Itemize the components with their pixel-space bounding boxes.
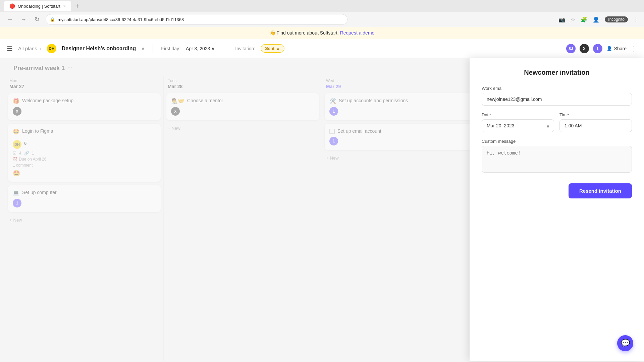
date-select[interactable]: Mar 20, 2023: [482, 119, 554, 132]
comment-text: 1 comment: [13, 163, 156, 168]
day-col-tues: Tues Mar 28 🧑‍🎨🤝 Choose a mentor X + New: [164, 76, 322, 361]
browser-controls: ← → ↻ 🔒 my.softstart.app/plans/d48cca86-…: [0, 12, 644, 27]
sent-label: Sent: [265, 46, 274, 51]
browser-chrome: 🔴 Onboarding | Softstart × + ← → ↻ 🔒 my.…: [0, 0, 644, 27]
day-col-wed: Wed Mar 29 🛠️ Set up accounts and permis…: [322, 76, 480, 361]
task-avatar-dh: DH: [13, 140, 21, 149]
reaction: 🤩: [13, 170, 156, 177]
task-icon-gift: 🎁: [13, 98, 19, 104]
chat-fab-button[interactable]: 💬: [617, 335, 633, 351]
app-header: ☰ All plans › DH Designer Heish's onboar…: [0, 39, 644, 58]
date-field: Date Mar 20, 2023 ∨: [482, 112, 554, 132]
star-icon[interactable]: ☆: [571, 16, 575, 23]
refresh-button[interactable]: ↻: [32, 15, 42, 24]
plan-title: Designer Heish's onboarding: [62, 46, 136, 52]
work-email-label: Work email: [482, 86, 632, 91]
avatar-num[interactable]: 1: [593, 44, 602, 53]
task-count: 6: [24, 141, 26, 146]
tab-title: Onboarding | Softstart: [18, 4, 60, 9]
sent-chevron: ▲: [276, 46, 280, 51]
share-label: Share: [614, 46, 627, 51]
first-day-selector[interactable]: Apr 3, 2023 ∨: [186, 46, 215, 51]
invitation-sent-badge[interactable]: Sent ▲: [261, 44, 284, 53]
date-time-row: Date Mar 20, 2023 ∨ Time: [482, 112, 632, 132]
camera-icon[interactable]: 📷: [558, 16, 565, 23]
day-header-wed: Wed Mar 29: [325, 76, 477, 93]
task-welcome-package[interactable]: 🎁 Welcome package setup X: [8, 93, 161, 120]
checkmarks-icon: ☑: [13, 151, 16, 156]
custom-message-input[interactable]: [482, 146, 632, 173]
task-avatar-num: 1: [13, 199, 21, 207]
task-name: Set up computer: [22, 190, 57, 195]
task-avatar-num3: 1: [329, 137, 338, 145]
time-label: Time: [559, 112, 632, 117]
custom-message-label: Custom message: [482, 139, 632, 144]
task-icon-computer: 💻: [13, 190, 19, 196]
day-label-wed: Wed: [326, 78, 476, 83]
task-title: Set up email account: [329, 128, 473, 134]
tab-favicon: 🔴: [9, 3, 15, 9]
day-label-mon: Mon: [9, 78, 159, 83]
plan-avatar: DH: [47, 44, 56, 53]
more-options-button[interactable]: ⋮: [631, 45, 637, 53]
profile-icon[interactable]: 👤: [593, 16, 599, 23]
day-label-tues: Tues: [168, 78, 318, 83]
extensions-icon[interactable]: 🧩: [581, 16, 587, 23]
time-field: Time: [559, 112, 632, 132]
first-day-label: First day:: [161, 46, 180, 51]
avatar-x[interactable]: X: [580, 44, 589, 53]
task-name: Choose a mentor: [187, 98, 223, 103]
task-title: 🤩 Login to Figma: [13, 128, 156, 135]
task-choose-mentor[interactable]: 🧑‍🎨🤝 Choose a mentor X: [166, 93, 319, 120]
new-task-wed[interactable]: + New: [325, 154, 477, 163]
section-menu[interactable]: ···: [67, 65, 72, 72]
address-bar[interactable]: 🔒 my.softstart.app/plans/d48cca86-6224-4…: [46, 14, 347, 25]
work-email-input[interactable]: [482, 93, 632, 106]
hamburger-menu[interactable]: ☰: [7, 45, 13, 53]
new-tab-button[interactable]: +: [74, 1, 80, 11]
task-setup-computer[interactable]: 💻 Set up computer 1: [8, 185, 161, 212]
task-setup-email[interactable]: Set up email account 1: [325, 124, 477, 150]
task-avatar-x2: X: [171, 107, 180, 116]
task-login-figma[interactable]: 🤩 Login to Figma DH 6 ☑ 4 🔗 1 ⏰ Due on A…: [8, 124, 161, 182]
custom-message-field: Custom message: [482, 139, 632, 174]
resend-invitation-button[interactable]: Resend invitation: [569, 183, 632, 198]
day-header-tues: Tues Mar 28: [166, 76, 319, 93]
avatar-sj[interactable]: SJ: [566, 44, 576, 53]
day-header-mon: Mon Mar 27: [8, 76, 161, 93]
day-date-tues: Mar 28: [168, 84, 318, 89]
lock-icon: 🔒: [50, 17, 55, 22]
time-input[interactable]: [559, 119, 632, 132]
plus-icon: +: [9, 218, 12, 223]
browser-tab[interactable]: 🔴 Onboarding | Softstart ×: [4, 1, 71, 11]
browser-icons: 📷 ☆ 🧩 👤 Incognito ⋮: [558, 16, 639, 23]
tab-close-btn[interactable]: ×: [63, 3, 66, 9]
new-task-tues[interactable]: + New: [166, 124, 319, 133]
first-day-value: Apr 3, 2023: [186, 46, 210, 51]
due-date: ⏰ Due on April 26: [13, 157, 156, 162]
date-selector[interactable]: Mar 20, 2023 ∨: [482, 119, 554, 132]
back-button[interactable]: ←: [5, 15, 15, 24]
forward-button[interactable]: →: [19, 15, 28, 24]
promo-banner: 👋 Find out more about Softstart. Request…: [0, 27, 644, 39]
new-label: New: [172, 126, 180, 131]
task-title: 💻 Set up computer: [13, 190, 156, 196]
task-icon-mentor: 🧑‍🎨🤝: [171, 98, 184, 104]
task-setup-accounts[interactable]: 🛠️ Set up accounts and permissions 1: [325, 93, 477, 120]
new-task-mon[interactable]: + New: [8, 216, 161, 225]
plus-icon: +: [326, 156, 329, 161]
task-title: 🛠️ Set up accounts and permissions: [329, 98, 473, 104]
all-plans-link[interactable]: All plans: [18, 46, 37, 51]
promo-link[interactable]: Request a demo: [340, 30, 375, 36]
new-label: New: [330, 156, 339, 161]
browser-titlebar: 🔴 Onboarding | Softstart × +: [0, 0, 644, 12]
invitation-label: Invitation:: [235, 46, 255, 51]
more-browser-icon[interactable]: ⋮: [633, 16, 639, 23]
task-name: Set up accounts and permissions: [339, 98, 408, 103]
header-divider: [153, 44, 153, 53]
share-button[interactable]: 👤 Share: [606, 46, 627, 51]
task-avatar-x: X: [13, 107, 21, 116]
plan-title-dropdown[interactable]: ∨: [141, 46, 145, 51]
task-title: 🎁 Welcome package setup: [13, 98, 156, 104]
breadcrumb: All plans ›: [18, 46, 42, 51]
